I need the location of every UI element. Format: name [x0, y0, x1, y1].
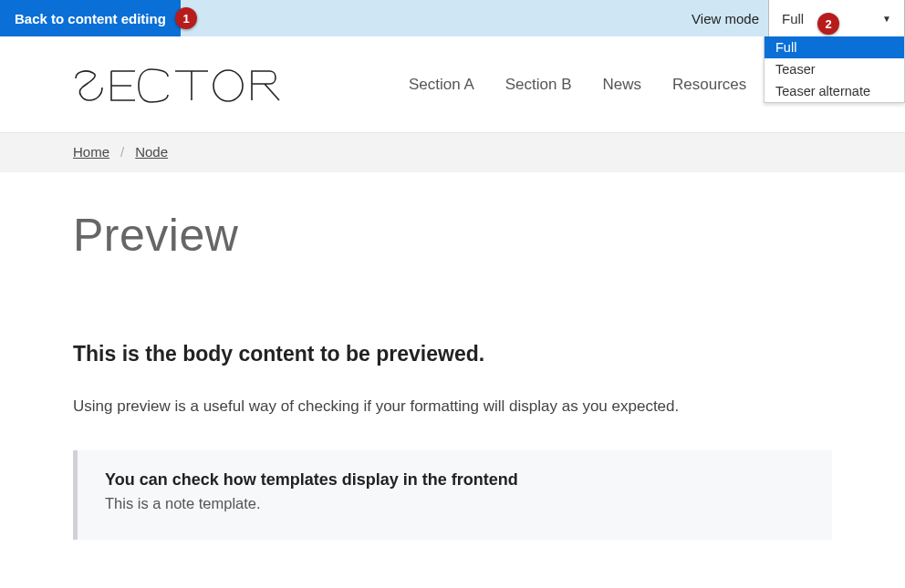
note-body: This is a note template.: [105, 495, 805, 512]
view-mode-option-teaser[interactable]: Teaser: [765, 58, 904, 80]
breadcrumb-node[interactable]: Node: [135, 144, 168, 160]
main-content: Preview This is the body content to be p…: [0, 172, 905, 540]
view-mode-option-teaser-alternate[interactable]: Teaser alternate: [765, 80, 904, 102]
view-mode-dropdown: Full Teaser Teaser alternate: [764, 36, 905, 103]
nav-item-resources[interactable]: Resources: [672, 76, 746, 94]
svg-point-0: [213, 70, 243, 101]
preview-bar: Back to content editing View mode Full ▼: [0, 0, 905, 36]
breadcrumb-bar: Home / Node: [0, 133, 905, 172]
page-title: Preview: [73, 209, 832, 262]
breadcrumb-home[interactable]: Home: [73, 144, 109, 160]
logo-svg: [73, 63, 281, 107]
note-title: You can check how templates display in t…: [105, 470, 805, 490]
view-mode-wrapper: View mode Full ▼: [692, 0, 905, 36]
nav-item-section-a[interactable]: Section A: [409, 76, 474, 94]
breadcrumb: Home / Node: [73, 144, 832, 160]
breadcrumb-separator: /: [120, 144, 124, 160]
annotation-marker-2: 2: [817, 13, 839, 35]
body-paragraph: Using preview is a useful way of checkin…: [73, 397, 832, 416]
logo[interactable]: [73, 63, 281, 107]
note-box: You can check how templates display in t…: [73, 450, 832, 540]
back-to-editing-button[interactable]: Back to content editing: [0, 0, 181, 36]
chevron-down-icon: ▼: [882, 14, 891, 24]
view-mode-selected: Full: [782, 11, 804, 26]
nav-item-news[interactable]: News: [602, 76, 641, 94]
view-mode-option-full[interactable]: Full: [765, 36, 904, 58]
view-mode-label: View mode: [692, 11, 768, 26]
annotation-marker-1: 1: [175, 7, 197, 29]
body-heading: This is the body content to be previewed…: [73, 342, 832, 366]
nav-item-section-b[interactable]: Section B: [505, 76, 572, 94]
